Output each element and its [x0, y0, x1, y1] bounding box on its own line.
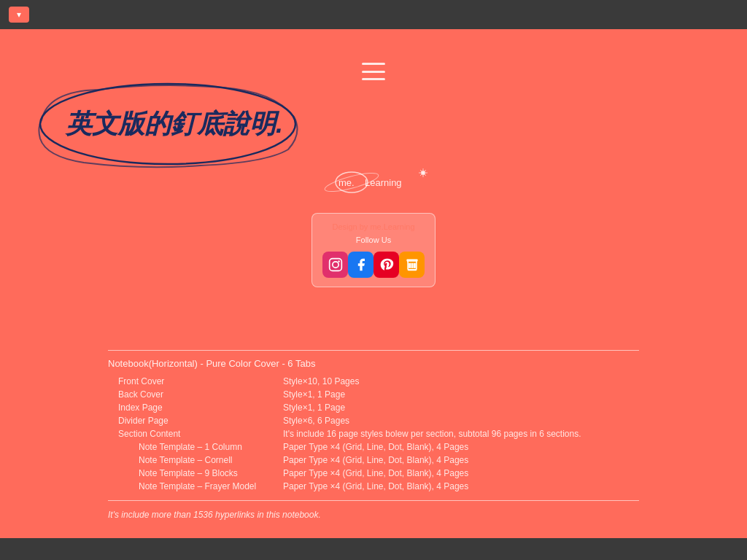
row-value: It's include 16 page styles bolew per se… — [283, 427, 639, 440]
svg-text:Learning: Learning — [365, 177, 402, 188]
table-row: Note Template – Frayer Model Paper Type … — [108, 480, 639, 493]
table-row: Divider Page Style×6, 6 Pages — [108, 414, 639, 427]
table-top-divider — [108, 350, 639, 351]
row-value: Paper Type ×4 (Grid, Line, Dot, Blank), … — [283, 480, 639, 493]
table-row: Back Cover Style×1, 1 Page — [108, 388, 639, 401]
row-value: Style×1, 1 Page — [283, 401, 639, 414]
row-label-sub: Note Template – Cornell — [108, 454, 283, 467]
row-value: Style×10, 10 Pages — [283, 375, 639, 388]
svg-text:英文版的釘底說明.: 英文版的釘底說明. — [65, 109, 283, 139]
annotation-bubble: 英文版的釘底說明. — [26, 77, 310, 171]
menu-line-1 — [362, 63, 385, 65]
row-label-sub: Note Template – Frayer Model — [108, 480, 283, 493]
row-value: Paper Type ×4 (Grid, Line, Dot, Blank), … — [283, 440, 639, 454]
menu-line-3 — [362, 78, 385, 80]
footer-note: It's include more than 1536 hyperlinks i… — [108, 510, 639, 520]
table-row: Note Template – 9 Blocks Paper Type ×4 (… — [108, 467, 639, 480]
row-value: Paper Type ×4 (Grid, Line, Dot, Blank), … — [283, 454, 639, 467]
logo-area: me. Learning — [315, 164, 432, 201]
row-label-sub: Note Template – 1 Column — [108, 440, 283, 454]
social-icons-container — [322, 252, 425, 278]
instagram-button[interactable] — [322, 252, 348, 278]
info-card: Design by me.Learning Follow Us — [311, 213, 436, 287]
svg-rect-11 — [329, 259, 341, 271]
chevron-down-icon: ▾ — [17, 9, 21, 20]
svg-rect-17 — [414, 263, 415, 268]
svg-text:me.: me. — [338, 177, 355, 188]
row-label: Front Cover — [108, 375, 283, 388]
svg-rect-15 — [409, 263, 410, 268]
menu-line-2 — [362, 71, 385, 73]
row-label: Back Cover — [108, 388, 283, 401]
svg-point-13 — [338, 260, 340, 262]
row-value: Paper Type ×4 (Grid, Line, Dot, Blank), … — [283, 467, 639, 480]
table-bottom-divider — [108, 500, 639, 501]
notebook-info-table: Front Cover Style×10, 10 Pages Back Cove… — [108, 375, 639, 493]
row-value: Style×1, 1 Page — [283, 388, 639, 401]
store-button[interactable] — [399, 252, 425, 278]
row-value: Style×6, 6 Pages — [283, 414, 639, 427]
info-table-container: Notebook(Horizontal) - Pure Color Cover … — [108, 350, 639, 520]
table-row: Note Template – 1 Column Paper Type ×4 (… — [108, 440, 639, 454]
table-row: Note Template – Cornell Paper Type ×4 (G… — [108, 454, 639, 467]
menu-button[interactable] — [362, 63, 385, 80]
bottom-bar — [0, 538, 747, 560]
table-row: Front Cover Style×10, 10 Pages — [108, 375, 639, 388]
facebook-button[interactable] — [348, 252, 374, 278]
main-content: 英文版的釘底說明. me. Learning Design by me.Lear… — [0, 29, 747, 560]
row-label-sub: Note Template – 9 Blocks — [108, 467, 283, 480]
follow-text: Follow Us — [322, 236, 425, 244]
pinterest-button[interactable] — [374, 252, 399, 278]
table-row: Section Content It's include 16 page sty… — [108, 427, 639, 440]
top-bar: ▾ — [0, 0, 747, 29]
notebook-title: Notebook(Horizontal) - Pure Color Cover … — [108, 358, 639, 369]
row-label: Divider Page — [108, 414, 283, 427]
design-text: Design by me.Learning — [322, 222, 425, 231]
table-row: Index Page Style×1, 1 Page — [108, 401, 639, 414]
svg-rect-16 — [411, 263, 413, 268]
row-label: Section Content — [108, 427, 283, 440]
svg-point-12 — [332, 262, 338, 268]
row-label: Index Page — [108, 401, 283, 414]
dropdown-button[interactable]: ▾ — [9, 7, 29, 23]
